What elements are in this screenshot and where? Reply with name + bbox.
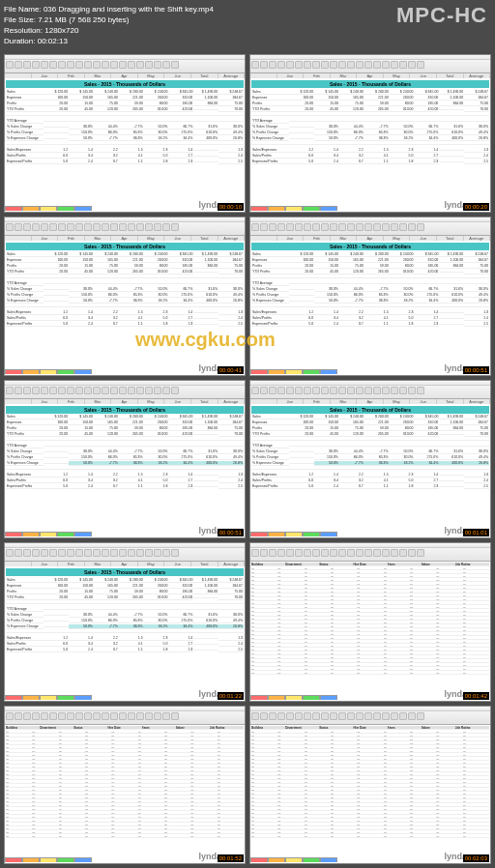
sheet-tab[interactable] (303, 369, 320, 374)
ribbon-button[interactable] (251, 223, 259, 231)
ribbon-button[interactable] (84, 549, 92, 557)
sheet-tab[interactable] (320, 206, 337, 211)
ribbon-button[interactable] (277, 61, 285, 69)
ribbon-button[interactable] (338, 61, 346, 69)
ribbon-button[interactable] (32, 712, 40, 720)
sheet-tab[interactable] (40, 857, 57, 862)
ribbon-button[interactable] (110, 223, 118, 231)
sheet-tab[interactable] (303, 857, 320, 862)
ribbon-button[interactable] (102, 549, 109, 557)
ribbon-button[interactable] (15, 387, 22, 394)
ribbon-button[interactable] (171, 712, 179, 720)
ribbon-button[interactable] (84, 712, 92, 720)
ribbon-button[interactable] (321, 712, 329, 720)
sheet-tab[interactable] (303, 532, 320, 536)
ribbon-button[interactable] (364, 387, 372, 394)
ribbon-button[interactable] (321, 387, 329, 394)
ribbon-button[interactable] (136, 61, 144, 69)
ribbon-button[interactable] (417, 387, 424, 394)
ribbon-button[interactable] (49, 223, 57, 231)
ribbon-button[interactable] (269, 387, 277, 394)
spreadsheet[interactable]: Sales - 2015 - Thousands of Dollars Sale… (5, 404, 245, 532)
ribbon-button[interactable] (304, 223, 311, 231)
ribbon-button[interactable] (391, 223, 398, 231)
ribbon-button[interactable] (251, 61, 259, 69)
sheet-tab[interactable] (303, 695, 320, 700)
ribbon-button[interactable] (382, 387, 390, 394)
ribbon-button[interactable] (154, 61, 161, 69)
ribbon-button[interactable] (347, 223, 355, 231)
ribbon-button[interactable] (93, 387, 101, 394)
sheet-tab[interactable] (40, 206, 57, 211)
spreadsheet[interactable]: BuildingDepartmentStatusHire DateYearsSa… (250, 562, 490, 676)
sheet-tab[interactable] (74, 695, 92, 700)
spreadsheet[interactable]: Sales - 2015 - Thousands of Dollars Sale… (5, 241, 245, 368)
ribbon-button[interactable] (67, 549, 74, 557)
sheet-tab[interactable] (57, 695, 74, 700)
ribbon-button[interactable] (15, 549, 22, 557)
ribbon-button[interactable] (286, 61, 294, 69)
sheet-tab[interactable] (320, 695, 337, 700)
ribbon-button[interactable] (119, 712, 127, 720)
ribbon-button[interactable] (356, 712, 364, 720)
sheet-tab[interactable] (22, 206, 40, 211)
ribbon-button[interactable] (84, 223, 92, 231)
video-thumbnail[interactable]: JanFebMarAprMayJunTotalAverage Sales - 2… (249, 380, 491, 538)
sheet-tab[interactable] (5, 206, 22, 211)
ribbon-button[interactable] (330, 387, 337, 394)
ribbon-button[interactable] (338, 223, 346, 231)
spreadsheet[interactable]: Sales - 2015 - Thousands of Dollars Sale… (250, 78, 490, 206)
ribbon-button[interactable] (58, 61, 66, 69)
ribbon-button[interactable] (408, 223, 416, 231)
ribbon-button[interactable] (110, 712, 118, 720)
ribbon-button[interactable] (399, 549, 407, 557)
sheet-tab[interactable] (285, 857, 303, 862)
ribbon-button[interactable] (408, 712, 416, 720)
video-thumbnail[interactable]: JanFebMarAprMayJunTotalAverage Sales - 2… (4, 542, 246, 701)
ribbon-button[interactable] (373, 61, 381, 69)
ribbon-button[interactable] (6, 387, 14, 394)
ribbon-button[interactable] (15, 712, 22, 720)
ribbon-button[interactable] (93, 549, 101, 557)
video-thumbnail[interactable]: BuildingDepartmentStatusHire DateYearsSa… (249, 542, 491, 701)
ribbon-button[interactable] (260, 223, 268, 231)
ribbon-button[interactable] (93, 223, 101, 231)
sheet-tab[interactable] (303, 206, 320, 211)
ribbon-button[interactable] (119, 61, 127, 69)
ribbon-button[interactable] (347, 387, 355, 394)
sheet-tabs[interactable] (250, 206, 337, 212)
sheet-tab[interactable] (22, 695, 40, 700)
ribbon-button[interactable] (162, 387, 170, 394)
spreadsheet[interactable]: Sales - 2015 - Thousands of Dollars Sale… (5, 566, 245, 694)
ribbon-button[interactable] (32, 387, 40, 394)
ribbon-button[interactable] (128, 61, 135, 69)
ribbon-button[interactable] (269, 223, 277, 231)
ribbon-button[interactable] (75, 223, 83, 231)
ribbon-button[interactable] (269, 712, 277, 720)
ribbon-button[interactable] (269, 549, 277, 557)
ribbon-button[interactable] (269, 61, 277, 69)
ribbon-button[interactable] (347, 549, 355, 557)
sheet-tab[interactable] (285, 369, 303, 374)
ribbon-button[interactable] (171, 223, 179, 231)
ribbon-button[interactable] (408, 61, 416, 69)
ribbon-button[interactable] (391, 61, 398, 69)
ribbon-button[interactable] (136, 549, 144, 557)
ribbon-button[interactable] (304, 387, 311, 394)
ribbon-button[interactable] (277, 549, 285, 557)
sheet-tabs[interactable] (250, 369, 337, 375)
ribbon-button[interactable] (128, 223, 135, 231)
ribbon-button[interactable] (399, 61, 407, 69)
ribbon-button[interactable] (356, 223, 364, 231)
sheet-tabs[interactable] (5, 206, 92, 212)
ribbon-button[interactable] (356, 549, 364, 557)
ribbon-button[interactable] (382, 61, 390, 69)
video-thumbnail[interactable]: JanFebMarAprMayJunTotalAverage Sales - 2… (4, 217, 246, 375)
ribbon-button[interactable] (286, 712, 294, 720)
ribbon-button[interactable] (399, 387, 407, 394)
sheet-tab[interactable] (40, 695, 57, 700)
sheet-tab[interactable] (22, 532, 40, 536)
ribbon-button[interactable] (251, 387, 259, 394)
sheet-tabs[interactable] (5, 695, 92, 701)
ribbon-button[interactable] (145, 223, 153, 231)
